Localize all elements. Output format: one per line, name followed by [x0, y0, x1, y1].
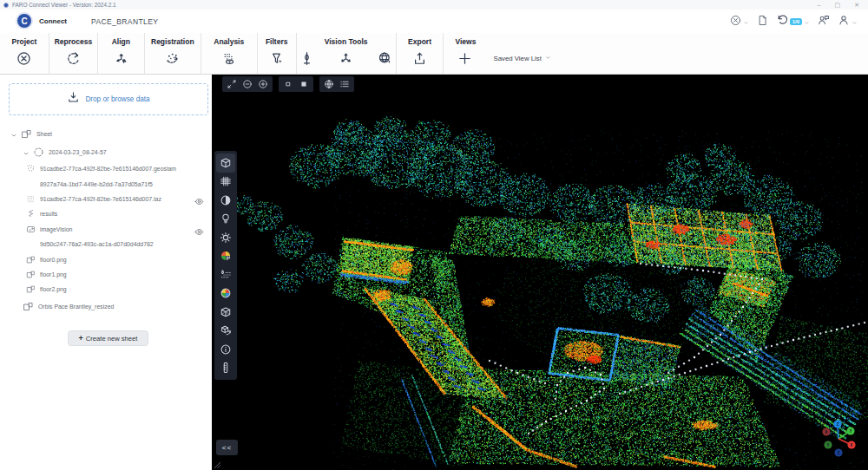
tree-row-91cadbe2-77ca-492f-82be-7e6151[interactable]: 91cadbe2-77ca-492f-82be-7e615146d007.laz — [0, 192, 212, 206]
point-cloud-canvas[interactable] — [212, 75, 868, 470]
viewport-toolbar-panel — [279, 76, 313, 92]
trajectory-icon — [26, 209, 36, 219]
tree-row-2024-03-23-08-24-57[interactable]: 2024-03-23_08-24-57 — [0, 143, 212, 161]
tree-item-label: Orbis Pace Brantley_resized — [38, 304, 114, 310]
connect-logo-icon: C — [16, 12, 33, 29]
toolbar-group-label: Filters — [266, 37, 288, 46]
box-tool-button[interactable] — [216, 153, 235, 173]
toolbar-group-icons — [111, 49, 130, 68]
fit-button[interactable] — [225, 77, 239, 91]
vt-sphere-button[interactable] — [376, 49, 395, 68]
main-toolbar: ProjectReprocessAlignRegistrationAnalysi… — [0, 33, 868, 75]
account-dropdown[interactable] — [838, 14, 858, 29]
toolbar-group-filters: Filters — [258, 33, 297, 74]
toolbar-group-label: Vision Tools — [325, 37, 368, 46]
reprocess-button[interactable] — [63, 49, 82, 68]
analysis-button[interactable] — [220, 49, 239, 68]
3d-viewport[interactable]: << ZXYXYZ — [212, 75, 868, 470]
app-logo-mini-icon — [3, 3, 9, 8]
feedback-button[interactable] — [818, 14, 830, 29]
tree-row-floor1-png[interactable]: floor1.png — [0, 267, 212, 282]
undo-icon — [776, 14, 788, 29]
zoom-in-button[interactable] — [256, 77, 270, 91]
tree-row-floor2-png[interactable]: floor2.png — [0, 282, 212, 297]
brightness-tool-button[interactable] — [216, 228, 235, 247]
export-button[interactable] — [411, 49, 430, 68]
toolbar-group-label: Analysis — [214, 37, 244, 46]
collapse-sidebar-button[interactable]: << — [216, 440, 238, 455]
palette-tool-button[interactable] — [216, 247, 235, 266]
toolbar-group-align: Align — [98, 33, 145, 74]
info-tool-button[interactable] — [216, 340, 235, 359]
tree-row-9d50c247-76a2-493c-ac1a-d07d0d[interactable]: 9d50c247-76a2-493c-ac1a-d07d0d4dd782 — [0, 237, 212, 251]
tree-row-91cadbe2-77ca-492f-82be-7e6151[interactable]: 91cadbe2-77ca-492f-82be-7e615146d007.geo… — [0, 161, 212, 176]
cube-rotate-tool-button[interactable] — [216, 322, 235, 341]
drop-browse-data-zone[interactable]: Drop or browse data — [9, 83, 208, 115]
tree-row-floor0-png[interactable]: floor0.png — [0, 251, 212, 266]
status-circle-icon — [730, 14, 741, 29]
create-new-sheet-button[interactable]: + Create new sheet — [68, 330, 148, 346]
tree-row-orbis-pace-brantley-resized[interactable]: Orbis Pace Brantley_resized — [0, 297, 212, 316]
scan-icon — [33, 147, 44, 158]
minimize-button[interactable]: – — [818, 2, 821, 8]
contrast-tool-button[interactable] — [216, 191, 235, 210]
tree-row-imagevision[interactable]: imageVision — [0, 222, 212, 237]
viewport-toolbar-panel — [222, 76, 273, 92]
maximize-button[interactable]: ▢ — [835, 2, 841, 9]
sheet-icon — [26, 270, 36, 279]
caret-down-icon[interactable] — [10, 127, 17, 142]
toolbar-group-vision-tools: Vision Tools — [297, 33, 397, 74]
colorsphere-tool-button[interactable] — [216, 284, 235, 304]
tree-item-label: floor0.png — [40, 257, 67, 263]
document-button[interactable] — [757, 14, 768, 29]
viewport-toolbar-panel — [319, 76, 354, 92]
close-button[interactable]: ✕ — [854, 2, 859, 9]
plus-button[interactable] — [455, 49, 474, 68]
saved-view-list-dropdown[interactable]: Saved View List — [493, 55, 550, 62]
brand-label: Connect — [39, 17, 67, 25]
cube-tool-button[interactable] — [216, 303, 235, 322]
zoom-out-button[interactable] — [240, 77, 254, 91]
filters-button[interactable] — [267, 49, 286, 68]
tree-row-sheet[interactable]: Sheet — [0, 125, 212, 143]
tree-row-8927a74a-1bd7-449e-b2dd-7a37d0[interactable]: 8927a74a-1bd7-449e-b2dd-7a37d05a71f5 — [0, 176, 212, 191]
registration-button[interactable] — [163, 49, 182, 68]
navigation-gizmo[interactable]: ZXYXYZ — [814, 413, 865, 467]
sidebar: Drop or browse data Sheet2024-03-23_08-2… — [0, 75, 212, 470]
window-controls: – ▢ ✕ — [818, 0, 859, 10]
viewport-left-toolbar — [214, 151, 237, 380]
resize-grip-icon[interactable] — [213, 458, 222, 470]
chevron-down-icon — [545, 55, 551, 62]
toolbar-group-export: Export — [397, 33, 444, 74]
align-button[interactable] — [111, 49, 130, 68]
close-circle-button[interactable] — [15, 49, 34, 68]
point-large-button[interactable] — [297, 77, 311, 91]
list-button[interactable] — [338, 77, 352, 91]
ruler-tool-button[interactable] — [216, 359, 235, 378]
sheet-icon — [21, 128, 32, 140]
tree-item-label: Sheet — [36, 131, 52, 137]
grid-tool-button[interactable] — [216, 173, 235, 192]
undo-dropdown[interactable]: 1/0 — [776, 14, 810, 29]
feedback-icon — [818, 14, 830, 29]
plus-icon: + — [79, 334, 83, 343]
svg-text:Y: Y — [826, 443, 829, 447]
status-circle-dropdown[interactable] — [730, 14, 749, 29]
svg-text:Y: Y — [849, 429, 852, 434]
vt-plumb-button[interactable] — [298, 49, 317, 68]
bulb-tool-button[interactable] — [216, 210, 235, 229]
image-icon — [26, 225, 36, 234]
svg-text:Z: Z — [838, 451, 840, 455]
tree-row-results[interactable]: results — [0, 206, 212, 221]
app-header: C Connect PACE_BRANTLEY 1/0 — [0, 10, 868, 33]
points-tool-button[interactable] — [216, 265, 235, 284]
toolbar-group-reprocess: Reprocess — [49, 33, 98, 74]
tree-item-label: 91cadbe2-77ca-492f-82be-7e615146d007.laz — [40, 196, 161, 202]
globe-button[interactable] — [322, 77, 336, 91]
file-icon — [26, 180, 36, 189]
point-small-button[interactable] — [281, 77, 295, 91]
toolbar-group-icons — [411, 49, 430, 68]
chevron-down-icon — [804, 14, 810, 29]
vt-axes-button[interactable] — [337, 49, 356, 68]
caret-down-icon[interactable] — [23, 145, 30, 160]
